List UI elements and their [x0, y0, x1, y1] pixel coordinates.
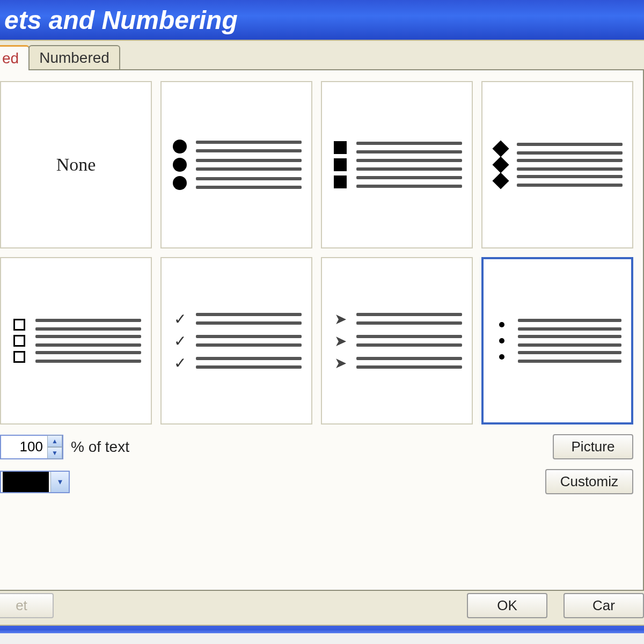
disc-icon — [173, 176, 187, 190]
diamond-icon — [492, 172, 509, 189]
tab-strip: ed Numbered — [0, 45, 644, 70]
picture-button[interactable]: Picture — [553, 434, 633, 459]
cancel-button-label: Car — [592, 597, 615, 613]
color-dropdown-icon[interactable]: ▾ — [50, 472, 69, 492]
reset-button[interactable]: et — [0, 593, 54, 618]
cancel-button[interactable]: Car — [564, 593, 644, 618]
bullet-style-grid: None — [0, 81, 633, 425]
tab-numbered-label: Numbered — [39, 49, 109, 66]
square-outline-icon — [13, 335, 25, 347]
bullet-option-disc[interactable] — [160, 81, 312, 248]
check-icon: ✓ — [174, 332, 186, 350]
small-dot-icon — [499, 338, 504, 343]
square-filled-icon — [334, 175, 347, 188]
bullet-option-square-filled[interactable] — [321, 81, 473, 248]
square-filled-icon — [334, 141, 347, 154]
bullet-option-diamond[interactable] — [481, 81, 633, 248]
square-filled-icon — [334, 158, 347, 171]
size-suffix-label: % of text — [71, 438, 129, 456]
square-outline-icon — [13, 319, 25, 331]
ok-button[interactable]: OK — [467, 593, 547, 618]
small-dot-icon — [499, 354, 504, 360]
tab-bulleted-label: ed — [2, 50, 19, 67]
dialog-body: ed Numbered None — [0, 40, 644, 626]
picture-button-label: Picture — [572, 438, 615, 455]
arrow-icon: ➤ — [334, 332, 347, 350]
size-spinner[interactable]: ▲ ▼ — [0, 435, 63, 459]
bullet-option-check[interactable]: ✓ ✓ ✓ — [160, 257, 312, 425]
color-swatch — [3, 472, 49, 492]
customize-button[interactable]: Customiz — [545, 469, 633, 494]
tab-numbered[interactable]: Numbered — [28, 45, 120, 70]
dialog-window: ets and Numbering ed Numbered None — [0, 0, 644, 633]
window-title: ets and Numbering — [4, 5, 238, 35]
bullet-none-label: None — [56, 155, 96, 175]
window-footer-bar — [0, 629, 644, 633]
diamond-icon — [492, 156, 509, 173]
tab-bulleted[interactable]: ed — [0, 45, 30, 70]
ok-button-label: OK — [497, 597, 517, 613]
square-outline-icon — [13, 351, 25, 363]
bullet-option-square-outline[interactable] — [0, 257, 152, 425]
arrow-icon: ➤ — [334, 354, 347, 372]
size-row: ▲ ▼ % of text Picture — [0, 434, 633, 459]
disc-icon — [173, 140, 187, 153]
check-icon: ✓ — [174, 310, 186, 328]
size-input[interactable] — [1, 436, 47, 457]
titlebar: ets and Numbering — [0, 0, 644, 40]
customize-button-label: Customiz — [560, 473, 618, 489]
reset-button-label: et — [16, 597, 27, 613]
check-icon: ✓ — [174, 354, 186, 372]
color-combo[interactable]: ▾ — [0, 471, 70, 493]
size-spin-up[interactable]: ▲ — [47, 435, 62, 447]
color-row: ▾ Customiz — [0, 469, 633, 494]
bullet-option-small-dot[interactable] — [481, 257, 633, 425]
bullet-option-arrow[interactable]: ➤ ➤ ➤ — [321, 257, 473, 425]
bullet-option-none[interactable]: None — [0, 81, 152, 248]
arrow-icon: ➤ — [334, 310, 347, 328]
diamond-icon — [492, 140, 509, 157]
size-spin-down[interactable]: ▼ — [47, 447, 62, 459]
small-dot-icon — [499, 322, 504, 327]
dialog-buttons: et OK Car — [0, 593, 644, 618]
disc-icon — [173, 158, 187, 172]
tab-panel: None — [0, 69, 644, 591]
